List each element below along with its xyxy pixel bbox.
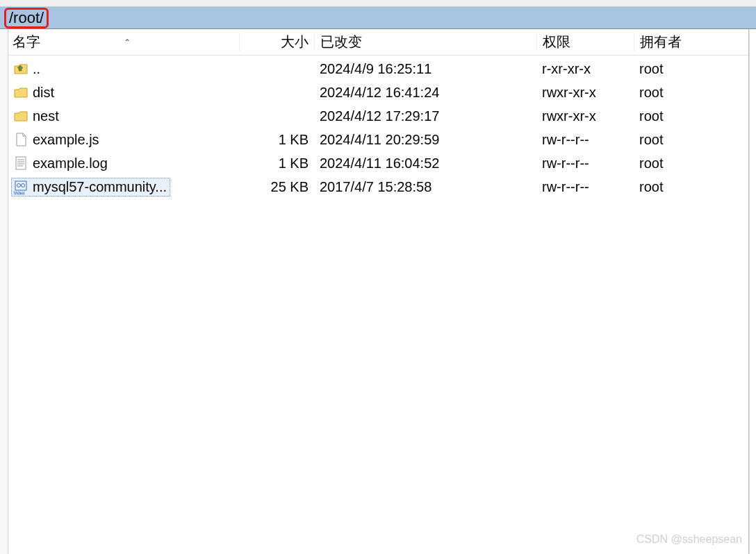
file-modified: 2024/4/9 16:25:11 xyxy=(314,61,536,77)
file-name: example.js xyxy=(33,132,99,148)
column-header-modified[interactable]: 已改变 xyxy=(314,33,536,51)
name-cell[interactable]: nest xyxy=(8,107,239,126)
column-name-label: 名字 xyxy=(13,33,40,51)
left-gutter xyxy=(0,29,8,554)
table-row[interactable]: ..2024/4/9 16:25:11r-xr-xr-xroot xyxy=(8,57,748,81)
file-modified: 2017/4/7 15:28:58 xyxy=(314,179,536,195)
file-permissions: rwxr-xr-x xyxy=(536,108,634,124)
file-name: dist xyxy=(33,85,54,101)
table-row[interactable]: nest2024/4/12 17:29:17rwxr-xr-xroot xyxy=(8,104,748,128)
file-permissions: rw-r--r-- xyxy=(536,156,634,171)
column-header-owner[interactable]: 拥有者 xyxy=(634,33,731,51)
log-icon xyxy=(13,156,28,171)
file-icon xyxy=(13,132,28,147)
file-permissions: r-xr-xr-x xyxy=(536,61,634,77)
file-name: mysql57-community... xyxy=(33,179,167,195)
toolbar xyxy=(0,0,756,7)
column-header-row[interactable]: 名字 ⌃ 大小 已改变 权限 拥有者 xyxy=(8,29,748,56)
table-row[interactable]: Videomysql57-community...25 KB2017/4/7 1… xyxy=(8,175,748,199)
name-cell[interactable]: dist xyxy=(8,83,239,102)
table-row[interactable]: example.js1 KB2024/4/11 20:29:59rw-r--r-… xyxy=(8,128,748,151)
name-cell[interactable]: .. xyxy=(8,60,239,78)
right-gutter xyxy=(749,29,756,554)
file-permissions: rw-r--r-- xyxy=(536,132,634,148)
current-path[interactable]: /root/ xyxy=(4,8,49,28)
file-owner: root xyxy=(634,85,731,101)
file-owner: root xyxy=(634,61,731,77)
file-size: 1 KB xyxy=(239,132,314,148)
file-modified: 2024/4/12 16:41:24 xyxy=(314,85,536,101)
file-panel: 名字 ⌃ 大小 已改变 权限 拥有者 ..2024/4/9 16:25:11r-… xyxy=(8,29,749,554)
parent-icon xyxy=(13,61,28,76)
file-size: 1 KB xyxy=(239,156,314,171)
column-header-size[interactable]: 大小 xyxy=(239,33,314,51)
table-row[interactable]: example.log1 KB2024/4/11 16:04:52rw-r--r… xyxy=(8,151,748,175)
name-cell[interactable]: example.js xyxy=(8,131,239,149)
svg-rect-0 xyxy=(16,157,26,169)
file-modified: 2024/4/12 17:29:17 xyxy=(314,108,536,124)
name-cell[interactable]: example.log xyxy=(8,154,239,173)
table-row[interactable]: dist2024/4/12 16:41:24rwxr-xr-xroot xyxy=(8,81,748,104)
file-name: .. xyxy=(33,61,40,77)
column-header-name[interactable]: 名字 ⌃ xyxy=(8,33,239,51)
folder-icon xyxy=(13,108,28,124)
sort-indicator-icon: ⌃ xyxy=(124,37,131,47)
watermark: CSDN @ssheepsean xyxy=(636,533,742,546)
file-name: example.log xyxy=(33,156,108,171)
file-permissions: rwxr-xr-x xyxy=(536,85,634,101)
file-list[interactable]: ..2024/4/9 16:25:11r-xr-xr-xrootdist2024… xyxy=(8,56,748,554)
video-icon: Video xyxy=(13,179,28,194)
file-owner: root xyxy=(634,132,731,148)
file-owner: root xyxy=(634,156,731,171)
file-owner: root xyxy=(634,179,731,195)
path-bar[interactable]: /root/ xyxy=(0,7,756,29)
file-modified: 2024/4/11 16:04:52 xyxy=(314,156,536,171)
file-name: nest xyxy=(33,108,59,124)
folder-icon xyxy=(13,85,28,100)
column-header-permissions[interactable]: 权限 xyxy=(536,33,634,51)
file-owner: root xyxy=(634,108,731,124)
name-cell[interactable]: Videomysql57-community... xyxy=(8,178,239,196)
file-size: 25 KB xyxy=(239,179,314,195)
file-permissions: rw-r--r-- xyxy=(536,179,634,195)
file-modified: 2024/4/11 20:29:59 xyxy=(314,132,536,148)
main-area: 名字 ⌃ 大小 已改变 权限 拥有者 ..2024/4/9 16:25:11r-… xyxy=(0,29,756,554)
